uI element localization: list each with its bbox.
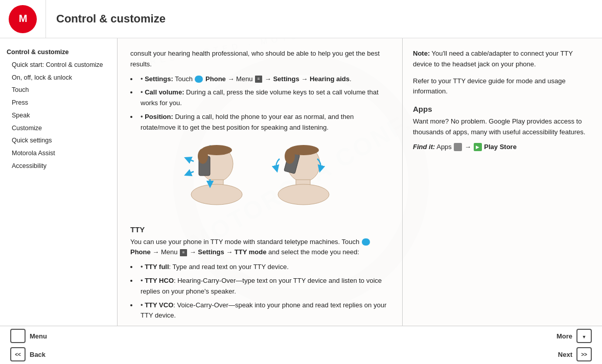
- next-icon: [576, 347, 592, 361]
- bullet-position-label: Position:: [145, 113, 173, 120]
- svg-point-7: [198, 149, 208, 164]
- tty-vco-label: TTY VCO: [145, 301, 173, 309]
- sidebar: Control & customize Quick start: Control…: [0, 38, 118, 326]
- sidebar-item-on-off[interactable]: On, off, lock & unlock: [4, 71, 113, 84]
- menu-button[interactable]: Menu: [10, 329, 47, 343]
- svg-point-10: [278, 184, 329, 205]
- motorola-logo: M: [9, 5, 37, 33]
- menu-icon-1: ≡: [255, 76, 262, 83]
- note-text: Note: You'll need a cable/adapter to con…: [413, 48, 592, 70]
- sidebar-item-touch[interactable]: Touch: [4, 84, 113, 96]
- sidebar-item-press[interactable]: Press: [4, 96, 113, 109]
- bullet-tty-hco: TTY HCO: Hearing-Carry-Over—type text on…: [138, 276, 389, 297]
- main-content-panel: consult your hearing health professional…: [118, 38, 403, 326]
- sidebar-item-quick-start[interactable]: Quick start: Control & customize: [4, 59, 113, 71]
- playstore-icon: ▶: [474, 143, 482, 151]
- logo-area: M: [0, 0, 46, 38]
- more-icon: [576, 329, 592, 343]
- next-button[interactable]: Next: [558, 347, 592, 361]
- header: M Control & customize: [0, 0, 602, 38]
- next-label: Next: [558, 351, 572, 358]
- apps-icon: [454, 143, 462, 151]
- phone-illustration-container: [130, 143, 389, 215]
- note-label: Note:: [413, 50, 430, 57]
- sidebar-item-control-customize[interactable]: Control & customize: [4, 46, 113, 59]
- menu-icon-btn: [10, 329, 26, 343]
- chevron-left-icon: [15, 351, 21, 357]
- phone-icon-1: [195, 76, 203, 83]
- tty-bullets: TTY full: Type and read text on your TTY…: [138, 262, 389, 321]
- chevron-right-icon: [581, 351, 587, 357]
- sidebar-item-speak[interactable]: Speak: [4, 109, 113, 122]
- tty-title: TTY: [130, 225, 389, 234]
- intro-text: consult your hearing health professional…: [130, 48, 389, 70]
- bottom-bar: Menu Back More Next: [0, 326, 602, 364]
- bullet-tty-vco: TTY VCO: Voice-Carry-Over—speak into you…: [138, 300, 389, 322]
- phone-text-2: Phone: [130, 248, 151, 256]
- find-it-text: Find it: Apps → ▶ Play Store: [413, 142, 592, 153]
- play-store-text: Play Store: [484, 143, 517, 151]
- back-icon: [10, 347, 26, 361]
- tty-settings-text: Settings → TTY mode: [198, 248, 266, 256]
- tty-hco-label: TTY HCO: [145, 277, 174, 284]
- more-button[interactable]: More: [557, 329, 592, 343]
- apps-title: Apps: [413, 105, 592, 113]
- sidebar-item-motorola-assist[interactable]: Motorola Assist: [4, 147, 113, 160]
- menu-icon-2: ≡: [180, 249, 187, 256]
- svg-point-13: [285, 149, 295, 164]
- bullet-tty-full: TTY full: Type and read text on your TTY…: [138, 262, 389, 273]
- main-layout: Control & customize Quick start: Control…: [0, 38, 602, 326]
- menu-label: Menu: [30, 332, 47, 340]
- bullet-settings-label: Settings:: [145, 75, 173, 83]
- back-label: Back: [30, 351, 45, 358]
- tty-full-label: TTY full: [145, 263, 169, 271]
- back-button[interactable]: Back: [10, 347, 47, 361]
- sidebar-item-quick-settings[interactable]: Quick settings: [4, 134, 113, 147]
- bullet-call-volume: Call volume: During a call, press the si…: [138, 87, 389, 109]
- sidebar-item-customize[interactable]: Customize: [4, 122, 113, 135]
- bullet-settings: Settings: Touch Phone → Menu ≡ → Setting…: [138, 74, 389, 85]
- find-label: Find it:: [413, 143, 435, 151]
- svg-point-4: [191, 184, 242, 205]
- phone-icon-2: [362, 238, 370, 246]
- svg-text:M: M: [18, 13, 27, 24]
- sidebar-item-accessibility[interactable]: Accessibility: [4, 160, 113, 173]
- settings-text: Settings → Hearing aids: [273, 75, 350, 83]
- refer-text: Refer to your TTY device guide for mode …: [413, 76, 592, 98]
- settings-bullets: Settings: Touch Phone → Menu ≡ → Setting…: [138, 74, 389, 133]
- tty-intro: You can use your phone in TTY mode with …: [130, 237, 389, 258]
- bottom-right-buttons: More Next: [557, 329, 592, 361]
- right-panel: Note: You'll need a cable/adapter to con…: [403, 38, 602, 326]
- bottom-left-buttons: Menu Back: [10, 329, 47, 361]
- content-area: consult your hearing health professional…: [118, 38, 602, 326]
- bullet-callvol-label: Call volume:: [145, 88, 184, 96]
- chevron-down-icon: [582, 332, 587, 340]
- apps-text: Want more? No problem. Google Play provi…: [413, 116, 592, 138]
- phone-text-1: Phone: [205, 75, 226, 83]
- more-label: More: [557, 332, 572, 340]
- phone-position-illustration: [173, 143, 347, 215]
- page-title: Control & customize: [56, 12, 166, 26]
- bullet-position: Position: During a call, hold the phone …: [138, 112, 389, 133]
